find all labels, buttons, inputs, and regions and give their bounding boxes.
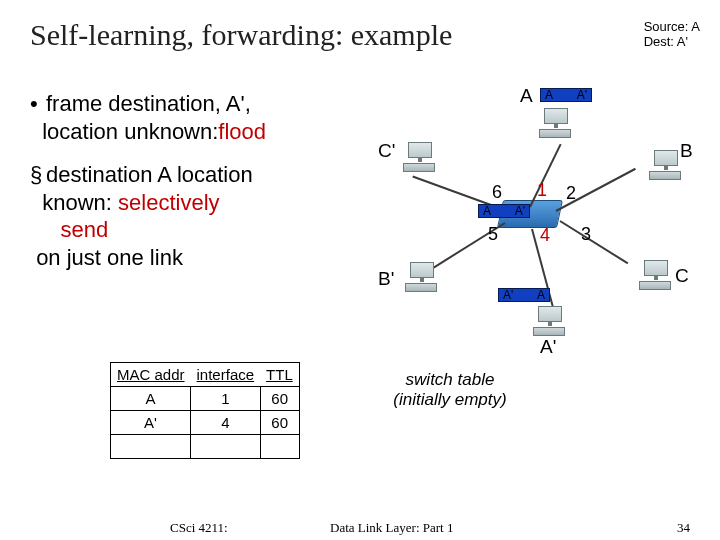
bullet-2-selectively: selectively	[118, 190, 219, 215]
packet-bottom-dst: A	[537, 288, 545, 302]
bullet-list: •frame destination, A', location unknown…	[30, 90, 360, 287]
bullet-1-flood: flood	[218, 119, 266, 144]
host-bp-icon	[404, 262, 440, 292]
cell-r1c2: 1	[191, 387, 261, 411]
caption-l1: switch table	[380, 370, 520, 390]
label-cp: C'	[378, 140, 395, 162]
label-c: C	[675, 265, 689, 287]
host-b-icon	[648, 150, 684, 180]
bullet-section-icon: §	[30, 161, 46, 189]
cell-r2c2: 4	[191, 411, 261, 435]
bullet-2-line4: on just one link	[36, 245, 183, 270]
bullet-1: •frame destination, A', location unknown…	[30, 90, 360, 145]
bullet-2-line2a: known:	[42, 190, 118, 215]
bullet-dot-icon: •	[30, 90, 46, 118]
bullet-1-line1: frame destination, A',	[46, 91, 251, 116]
mac-table: MAC addr interface TTL A 1 60 A' 4 60	[110, 362, 300, 459]
packet-mid-src: A	[483, 204, 491, 218]
slide-number: 34	[677, 520, 690, 536]
label-a: A	[520, 85, 533, 107]
label-bp: B'	[378, 268, 394, 290]
host-a-icon	[538, 108, 574, 138]
bullet-2-send: send	[61, 217, 109, 242]
cell-r1c3: 60	[260, 387, 299, 411]
bullet-2-line1: destination A location	[46, 162, 253, 187]
cell-r2c3: 60	[260, 411, 299, 435]
packet-top-dst: A'	[577, 88, 587, 102]
dest-line: Dest: A'	[644, 35, 700, 50]
packet-mid-dst: A'	[515, 204, 525, 218]
port-6: 6	[492, 182, 502, 203]
caption-l2: (initially empty)	[380, 390, 520, 410]
th-mac: MAC addr	[111, 363, 191, 387]
cell-r2c1: A'	[111, 411, 191, 435]
host-c-icon	[638, 260, 674, 290]
host-cp-icon	[402, 142, 438, 172]
network-diagram: A B C A' B' C' 1 2 3 4 5 6 A A' A A' A' …	[360, 80, 700, 360]
link-3	[559, 220, 628, 264]
port-5: 5	[488, 224, 498, 245]
th-iface: interface	[191, 363, 261, 387]
host-ap-icon	[532, 306, 568, 336]
slide-title: Self-learning, forwarding: example	[30, 18, 452, 52]
bullet-1-line2a: location unknown:	[42, 119, 218, 144]
packet-bottom-src: A'	[503, 288, 513, 302]
packet-bottom: A' A	[498, 288, 550, 302]
packet-top-src: A	[545, 88, 553, 102]
footer-title: Data Link Layer: Part 1	[330, 520, 453, 536]
bullet-2: §destination A location known: selective…	[30, 161, 360, 271]
port-4: 4	[540, 225, 550, 246]
footer-course: CSci 4211:	[170, 520, 228, 536]
packet-top: A A'	[540, 88, 592, 102]
th-ttl: TTL	[260, 363, 299, 387]
port-1: 1	[537, 180, 547, 201]
port-3: 3	[581, 224, 591, 245]
packet-mid: A A'	[478, 204, 530, 218]
source-dest-note: Source: A Dest: A'	[644, 20, 700, 50]
label-b: B	[680, 140, 693, 162]
switch-table: MAC addr interface TTL A 1 60 A' 4 60	[110, 362, 300, 459]
port-2: 2	[566, 183, 576, 204]
source-line: Source: A	[644, 20, 700, 35]
label-ap: A'	[540, 336, 556, 358]
table-caption: switch table (initially empty)	[380, 370, 520, 410]
cell-r1c1: A	[111, 387, 191, 411]
